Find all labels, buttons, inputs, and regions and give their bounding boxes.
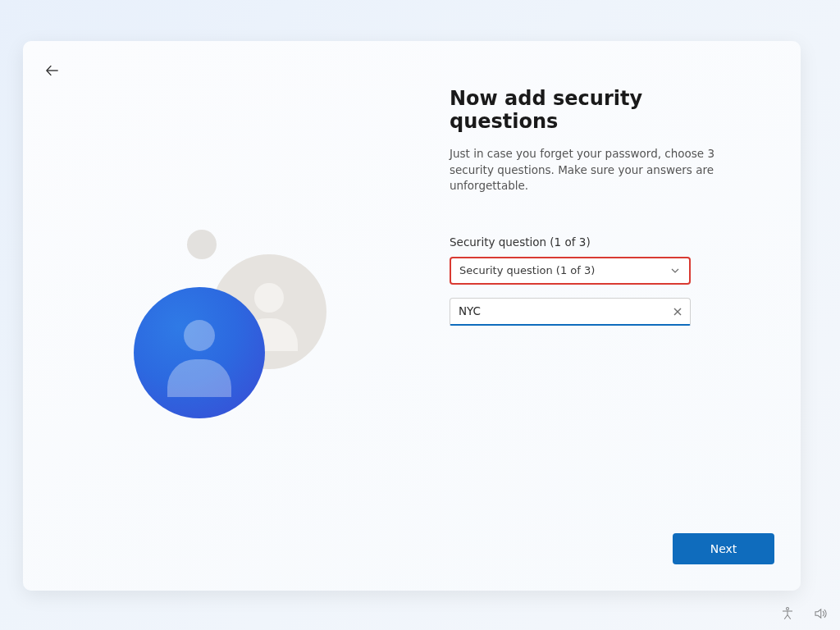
- form-area: Now add security questions Just in case …: [450, 87, 720, 326]
- page-title: Now add security questions: [450, 87, 720, 133]
- accessibility-icon: [780, 606, 795, 621]
- question-field-label: Security question (1 of 3): [450, 235, 720, 249]
- user-illustration: [134, 230, 347, 459]
- close-icon: [673, 307, 682, 317]
- security-question-dropdown[interactable]: Security question (1 of 3): [450, 257, 691, 285]
- setup-window: Now add security questions Just in case …: [23, 41, 801, 591]
- svg-line-6: [784, 615, 788, 619]
- page-subtitle: Just in case you forget your password, c…: [450, 146, 720, 194]
- next-button[interactable]: Next: [673, 533, 774, 564]
- back-button[interactable]: [41, 59, 64, 82]
- answer-field-wrap: [450, 298, 691, 326]
- chevron-down-icon: [669, 265, 681, 276]
- svg-line-7: [788, 615, 791, 619]
- answer-input[interactable]: [450, 298, 691, 326]
- decorative-dot: [187, 230, 217, 259]
- clear-input-button[interactable]: [669, 304, 686, 320]
- dropdown-selected-label: Security question (1 of 3): [459, 264, 595, 276]
- accessibility-button[interactable]: [779, 605, 796, 622]
- svg-point-3: [787, 608, 789, 610]
- avatar-blue-icon: [134, 287, 265, 418]
- svg-marker-8: [815, 609, 821, 619]
- system-tray: [779, 605, 829, 622]
- volume-icon: [813, 606, 828, 621]
- back-arrow-icon: [44, 62, 61, 79]
- volume-button[interactable]: [812, 605, 829, 622]
